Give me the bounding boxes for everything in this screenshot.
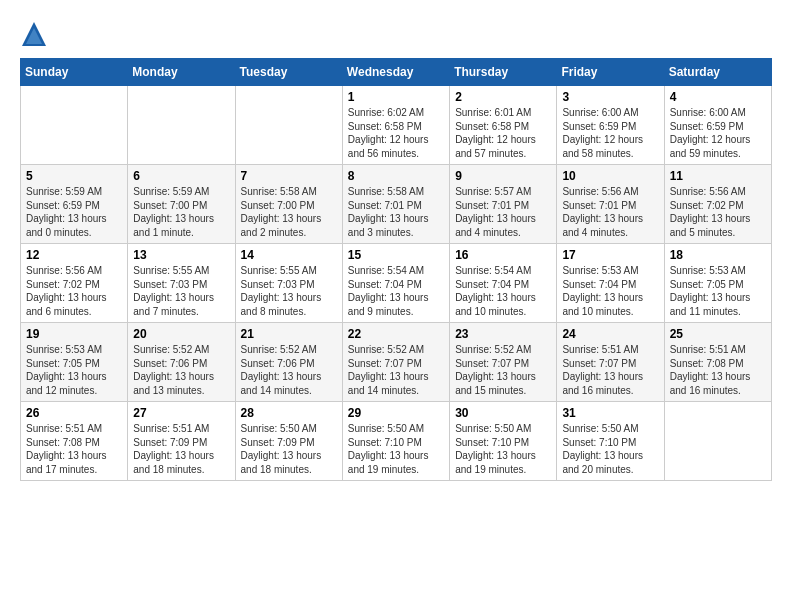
cell-content: Sunrise: 6:00 AMSunset: 6:59 PMDaylight:…: [562, 106, 658, 160]
day-number: 3: [562, 90, 658, 104]
calendar-cell: 3Sunrise: 6:00 AMSunset: 6:59 PMDaylight…: [557, 86, 664, 165]
calendar-cell: 1Sunrise: 6:02 AMSunset: 6:58 PMDaylight…: [342, 86, 449, 165]
cell-content: Sunrise: 5:57 AMSunset: 7:01 PMDaylight:…: [455, 185, 551, 239]
cell-content: Sunrise: 5:50 AMSunset: 7:10 PMDaylight:…: [455, 422, 551, 476]
cell-content: Sunrise: 5:50 AMSunset: 7:10 PMDaylight:…: [348, 422, 444, 476]
cell-content: Sunrise: 5:52 AMSunset: 7:06 PMDaylight:…: [241, 343, 337, 397]
calendar-cell: 10Sunrise: 5:56 AMSunset: 7:01 PMDayligh…: [557, 165, 664, 244]
logo: [20, 20, 52, 48]
day-number: 12: [26, 248, 122, 262]
cell-content: Sunrise: 5:51 AMSunset: 7:07 PMDaylight:…: [562, 343, 658, 397]
calendar-cell: 22Sunrise: 5:52 AMSunset: 7:07 PMDayligh…: [342, 323, 449, 402]
day-number: 17: [562, 248, 658, 262]
day-number: 24: [562, 327, 658, 341]
day-number: 15: [348, 248, 444, 262]
day-number: 5: [26, 169, 122, 183]
cell-content: Sunrise: 5:58 AMSunset: 7:00 PMDaylight:…: [241, 185, 337, 239]
calendar-week-2: 5Sunrise: 5:59 AMSunset: 6:59 PMDaylight…: [21, 165, 772, 244]
day-number: 8: [348, 169, 444, 183]
day-number: 6: [133, 169, 229, 183]
calendar-cell: [128, 86, 235, 165]
day-number: 2: [455, 90, 551, 104]
calendar-cell: 11Sunrise: 5:56 AMSunset: 7:02 PMDayligh…: [664, 165, 771, 244]
cell-content: Sunrise: 5:52 AMSunset: 7:07 PMDaylight:…: [348, 343, 444, 397]
calendar-cell: 19Sunrise: 5:53 AMSunset: 7:05 PMDayligh…: [21, 323, 128, 402]
header-friday: Friday: [557, 59, 664, 86]
day-number: 11: [670, 169, 766, 183]
cell-content: Sunrise: 5:53 AMSunset: 7:05 PMDaylight:…: [26, 343, 122, 397]
cell-content: Sunrise: 5:56 AMSunset: 7:02 PMDaylight:…: [670, 185, 766, 239]
calendar-header-row: SundayMondayTuesdayWednesdayThursdayFrid…: [21, 59, 772, 86]
cell-content: Sunrise: 5:56 AMSunset: 7:01 PMDaylight:…: [562, 185, 658, 239]
day-number: 7: [241, 169, 337, 183]
cell-content: Sunrise: 5:53 AMSunset: 7:05 PMDaylight:…: [670, 264, 766, 318]
calendar-cell: 16Sunrise: 5:54 AMSunset: 7:04 PMDayligh…: [450, 244, 557, 323]
day-number: 1: [348, 90, 444, 104]
calendar-cell: 29Sunrise: 5:50 AMSunset: 7:10 PMDayligh…: [342, 402, 449, 481]
calendar-cell: 14Sunrise: 5:55 AMSunset: 7:03 PMDayligh…: [235, 244, 342, 323]
cell-content: Sunrise: 5:50 AMSunset: 7:09 PMDaylight:…: [241, 422, 337, 476]
day-number: 10: [562, 169, 658, 183]
cell-content: Sunrise: 5:51 AMSunset: 7:09 PMDaylight:…: [133, 422, 229, 476]
day-number: 27: [133, 406, 229, 420]
cell-content: Sunrise: 5:59 AMSunset: 6:59 PMDaylight:…: [26, 185, 122, 239]
day-number: 9: [455, 169, 551, 183]
calendar-cell: 2Sunrise: 6:01 AMSunset: 6:58 PMDaylight…: [450, 86, 557, 165]
calendar-cell: 13Sunrise: 5:55 AMSunset: 7:03 PMDayligh…: [128, 244, 235, 323]
cell-content: Sunrise: 5:54 AMSunset: 7:04 PMDaylight:…: [455, 264, 551, 318]
header-sunday: Sunday: [21, 59, 128, 86]
calendar-cell: 17Sunrise: 5:53 AMSunset: 7:04 PMDayligh…: [557, 244, 664, 323]
cell-content: Sunrise: 5:51 AMSunset: 7:08 PMDaylight:…: [670, 343, 766, 397]
calendar-cell: 8Sunrise: 5:58 AMSunset: 7:01 PMDaylight…: [342, 165, 449, 244]
day-number: 18: [670, 248, 766, 262]
calendar-week-3: 12Sunrise: 5:56 AMSunset: 7:02 PMDayligh…: [21, 244, 772, 323]
header-thursday: Thursday: [450, 59, 557, 86]
calendar-cell: 27Sunrise: 5:51 AMSunset: 7:09 PMDayligh…: [128, 402, 235, 481]
cell-content: Sunrise: 5:52 AMSunset: 7:06 PMDaylight:…: [133, 343, 229, 397]
day-number: 29: [348, 406, 444, 420]
calendar-cell: 20Sunrise: 5:52 AMSunset: 7:06 PMDayligh…: [128, 323, 235, 402]
day-number: 19: [26, 327, 122, 341]
day-number: 14: [241, 248, 337, 262]
cell-content: Sunrise: 5:58 AMSunset: 7:01 PMDaylight:…: [348, 185, 444, 239]
cell-content: Sunrise: 6:00 AMSunset: 6:59 PMDaylight:…: [670, 106, 766, 160]
calendar-cell: 23Sunrise: 5:52 AMSunset: 7:07 PMDayligh…: [450, 323, 557, 402]
cell-content: Sunrise: 5:50 AMSunset: 7:10 PMDaylight:…: [562, 422, 658, 476]
calendar-cell: 24Sunrise: 5:51 AMSunset: 7:07 PMDayligh…: [557, 323, 664, 402]
header-wednesday: Wednesday: [342, 59, 449, 86]
day-number: 26: [26, 406, 122, 420]
calendar-cell: 26Sunrise: 5:51 AMSunset: 7:08 PMDayligh…: [21, 402, 128, 481]
logo-icon: [20, 20, 48, 48]
calendar-cell: 6Sunrise: 5:59 AMSunset: 7:00 PMDaylight…: [128, 165, 235, 244]
day-number: 21: [241, 327, 337, 341]
cell-content: Sunrise: 6:02 AMSunset: 6:58 PMDaylight:…: [348, 106, 444, 160]
day-number: 25: [670, 327, 766, 341]
cell-content: Sunrise: 5:56 AMSunset: 7:02 PMDaylight:…: [26, 264, 122, 318]
calendar-cell: 28Sunrise: 5:50 AMSunset: 7:09 PMDayligh…: [235, 402, 342, 481]
day-number: 28: [241, 406, 337, 420]
header-saturday: Saturday: [664, 59, 771, 86]
day-number: 23: [455, 327, 551, 341]
calendar-week-1: 1Sunrise: 6:02 AMSunset: 6:58 PMDaylight…: [21, 86, 772, 165]
calendar-cell: 25Sunrise: 5:51 AMSunset: 7:08 PMDayligh…: [664, 323, 771, 402]
calendar-cell: 31Sunrise: 5:50 AMSunset: 7:10 PMDayligh…: [557, 402, 664, 481]
cell-content: Sunrise: 5:54 AMSunset: 7:04 PMDaylight:…: [348, 264, 444, 318]
cell-content: Sunrise: 5:51 AMSunset: 7:08 PMDaylight:…: [26, 422, 122, 476]
header-monday: Monday: [128, 59, 235, 86]
day-number: 4: [670, 90, 766, 104]
calendar-table: SundayMondayTuesdayWednesdayThursdayFrid…: [20, 58, 772, 481]
calendar-cell: 4Sunrise: 6:00 AMSunset: 6:59 PMDaylight…: [664, 86, 771, 165]
calendar-week-5: 26Sunrise: 5:51 AMSunset: 7:08 PMDayligh…: [21, 402, 772, 481]
calendar-cell: 21Sunrise: 5:52 AMSunset: 7:06 PMDayligh…: [235, 323, 342, 402]
calendar-week-4: 19Sunrise: 5:53 AMSunset: 7:05 PMDayligh…: [21, 323, 772, 402]
calendar-cell: 15Sunrise: 5:54 AMSunset: 7:04 PMDayligh…: [342, 244, 449, 323]
cell-content: Sunrise: 5:55 AMSunset: 7:03 PMDaylight:…: [241, 264, 337, 318]
calendar-cell: 30Sunrise: 5:50 AMSunset: 7:10 PMDayligh…: [450, 402, 557, 481]
calendar-cell: [664, 402, 771, 481]
calendar-cell: [235, 86, 342, 165]
day-number: 30: [455, 406, 551, 420]
cell-content: Sunrise: 5:59 AMSunset: 7:00 PMDaylight:…: [133, 185, 229, 239]
cell-content: Sunrise: 5:53 AMSunset: 7:04 PMDaylight:…: [562, 264, 658, 318]
cell-content: Sunrise: 5:55 AMSunset: 7:03 PMDaylight:…: [133, 264, 229, 318]
day-number: 16: [455, 248, 551, 262]
